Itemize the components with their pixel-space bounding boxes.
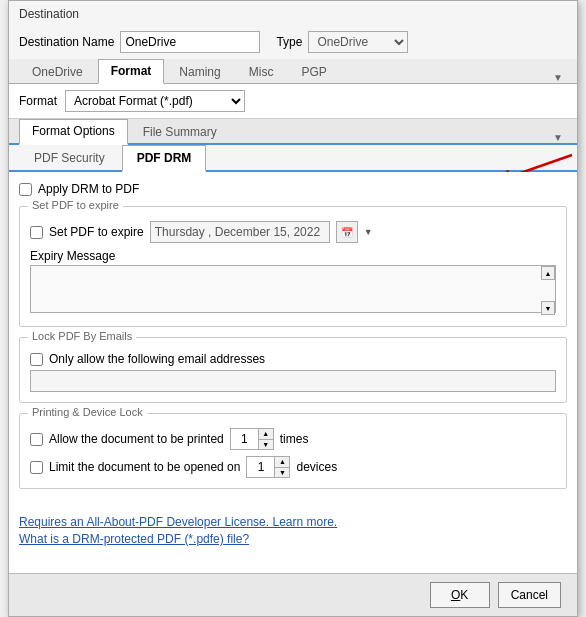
type-label: Type: [276, 35, 302, 49]
tab-naming[interactable]: Naming: [166, 60, 233, 83]
format-select[interactable]: Acrobat Format (*.pdf): [65, 90, 245, 112]
ok-button[interactable]: OK: [430, 582, 490, 608]
tab-pdf-drm[interactable]: PDF DRM: [122, 145, 207, 172]
device-spinner-buttons: ▲ ▼: [274, 456, 290, 478]
apply-drm-row: Apply DRM to PDF: [19, 182, 567, 196]
device-count-input[interactable]: [246, 456, 274, 478]
tab-misc[interactable]: Misc: [236, 60, 287, 83]
developer-license-link[interactable]: Requires an All-About-PDF Developer Lice…: [19, 515, 567, 529]
tab-format[interactable]: Format: [98, 59, 165, 84]
set-pdf-expire-row: Set PDF to expire 📅 ▼: [30, 221, 556, 243]
dialog-title: Destination: [19, 7, 79, 21]
allow-emails-checkbox[interactable]: [30, 353, 43, 366]
lock-pdf-emails-title: Lock PDF By Emails: [28, 330, 136, 342]
tab-pgp[interactable]: PGP: [288, 60, 339, 83]
tabs2-dropdown-arrow[interactable]: ▼: [553, 132, 567, 143]
device-count-down[interactable]: ▼: [275, 468, 289, 478]
limit-row: Limit the document to be opened on ▲ ▼ d…: [30, 456, 556, 478]
print-spinner-buttons: ▲ ▼: [258, 428, 274, 450]
tabs-dropdown-arrow[interactable]: ▼: [553, 72, 567, 83]
tabs-row1-right: ▼: [553, 72, 567, 83]
dialog-header: Destination: [9, 1, 577, 25]
set-pdf-expire-section: Set PDF to expire Set PDF to expire 📅 ▼ …: [19, 206, 567, 327]
tabs-row2: Format Options File Summary ▼: [9, 119, 577, 145]
calendar-dropdown-arrow[interactable]: ▼: [364, 227, 373, 237]
print-count-up[interactable]: ▲: [259, 429, 273, 440]
expiry-message-textarea[interactable]: [30, 265, 556, 313]
apply-drm-checkbox[interactable]: [19, 183, 32, 196]
spacer: [9, 553, 577, 573]
expiry-textarea-wrapper: ▲ ▼: [30, 265, 556, 316]
expiry-date-input[interactable]: [150, 221, 330, 243]
allow-print-label: Allow the document to be printed: [49, 432, 224, 446]
tab-format-options[interactable]: Format Options: [19, 119, 128, 145]
devices-label: devices: [296, 460, 337, 474]
tabs-row2-right: ▼: [553, 132, 567, 143]
set-pdf-expire-label: Set PDF to expire: [49, 225, 144, 239]
set-pdf-expire-title: Set PDF to expire: [28, 199, 123, 211]
format-label: Format: [19, 94, 57, 108]
textarea-scroll-up[interactable]: ▲: [541, 266, 555, 280]
limit-devices-label: Limit the document to be opened on: [49, 460, 240, 474]
type-dropdown[interactable]: OneDrive: [308, 31, 408, 53]
content-area: Apply DRM to PDF Set PDF to expire Set P…: [9, 172, 577, 509]
textarea-scroll-down[interactable]: ▼: [541, 301, 555, 315]
destination-name-label: Destination Name: [19, 35, 114, 49]
allow-emails-label: Only allow the following email addresses: [49, 352, 265, 366]
print-spinner: ▲ ▼: [230, 428, 274, 450]
allow-print-checkbox[interactable]: [30, 433, 43, 446]
calendar-icon: 📅: [341, 227, 353, 238]
lock-pdf-emails-section: Lock PDF By Emails Only allow the follow…: [19, 337, 567, 403]
email-input[interactable]: [30, 370, 556, 392]
tab-file-summary[interactable]: File Summary: [130, 120, 230, 143]
print-row: Allow the document to be printed ▲ ▼ tim…: [30, 428, 556, 450]
format-row: Format Acrobat Format (*.pdf): [9, 84, 577, 119]
tabs-row3: PDF Security PDF DRM: [9, 145, 577, 172]
tab-pdf-security[interactable]: PDF Security: [19, 145, 120, 170]
tab-section-wrapper: PDF Security PDF DRM: [9, 145, 577, 172]
drm-protected-pdf-link[interactable]: What is a DRM-protected PDF (*.pdfe) fil…: [19, 532, 567, 546]
print-times-label: times: [280, 432, 309, 446]
calendar-button[interactable]: 📅: [336, 221, 358, 243]
textarea-scrollbar[interactable]: ▲ ▼: [541, 266, 555, 315]
device-spinner: ▲ ▼: [246, 456, 290, 478]
limit-devices-checkbox[interactable]: [30, 461, 43, 474]
device-count-up[interactable]: ▲: [275, 457, 289, 468]
bottom-bar: OK Cancel: [9, 573, 577, 616]
printing-device-lock-section: Printing & Device Lock Allow the documen…: [19, 413, 567, 489]
print-count-down[interactable]: ▼: [259, 440, 273, 450]
cancel-button[interactable]: Cancel: [498, 582, 561, 608]
links-area: Requires an All-About-PDF Developer Lice…: [9, 509, 577, 553]
destination-name-input[interactable]: [120, 31, 260, 53]
destination-name-row: Destination Name Type OneDrive: [9, 25, 577, 59]
tabs-row1: OneDrive Format Naming Misc PGP ▼: [9, 59, 577, 84]
expiry-message-label: Expiry Message: [30, 249, 556, 263]
apply-drm-label: Apply DRM to PDF: [38, 182, 139, 196]
destination-dialog: Destination Destination Name Type OneDri…: [8, 0, 578, 617]
set-pdf-expire-checkbox[interactable]: [30, 226, 43, 239]
printing-device-lock-title: Printing & Device Lock: [28, 406, 147, 418]
tab-onedrive[interactable]: OneDrive: [19, 60, 96, 83]
lock-pdf-emails-row: Only allow the following email addresses: [30, 352, 556, 366]
print-count-input[interactable]: [230, 428, 258, 450]
